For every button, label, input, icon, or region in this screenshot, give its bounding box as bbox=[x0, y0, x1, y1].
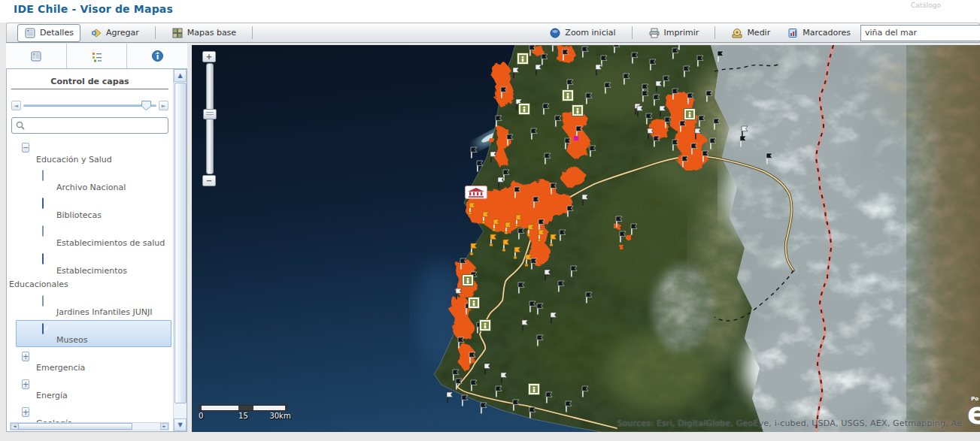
toolbar-separator bbox=[715, 26, 715, 39]
layer-checkbox[interactable] bbox=[42, 323, 44, 334]
museum-green-marker[interactable] bbox=[480, 320, 491, 331]
slider-right-button[interactable]: ► bbox=[159, 101, 168, 110]
add-button[interactable]: Agregar bbox=[83, 24, 146, 42]
vertical-scrollbar[interactable]: ▲ ▼ bbox=[173, 69, 187, 431]
details-button[interactable]: Detalles bbox=[17, 24, 80, 42]
tab-info[interactable] bbox=[127, 44, 187, 68]
title-bar: IDE Chile - Visor de Mapas Catálogo bbox=[0, 0, 980, 23]
map-attribution: Sources: Esri, DigitalGlobe, GeoEye, i-c… bbox=[617, 418, 962, 428]
zoom-initial-label: Zoom inicial bbox=[565, 28, 615, 38]
map-canvas bbox=[192, 45, 980, 432]
museum-green-marker[interactable] bbox=[463, 275, 474, 286]
layer-group-row[interactable]: +Emergencia bbox=[7, 348, 173, 376]
scale-label-30km: 30km bbox=[269, 412, 290, 420]
vscroll-thumb[interactable] bbox=[174, 83, 187, 403]
layer-checkbox[interactable] bbox=[42, 295, 44, 307]
print-label: Imprimir bbox=[664, 28, 699, 38]
measure-icon bbox=[731, 27, 743, 39]
bookmarks-label: Marcadores bbox=[803, 28, 851, 38]
layer-checkbox[interactable] bbox=[42, 225, 44, 237]
page-title: IDE Chile - Visor de Mapas bbox=[14, 3, 173, 15]
layer-item-label: Jardines Infantiles JUNJI bbox=[9, 306, 169, 320]
tab-layers[interactable] bbox=[6, 44, 67, 68]
toolbar-separator bbox=[252, 26, 253, 39]
zoom-slider-track[interactable] bbox=[206, 63, 214, 174]
museum-green-marker[interactable] bbox=[519, 104, 530, 115]
slider-thumb[interactable] bbox=[141, 100, 152, 111]
layer-item-label: Bibliotecas bbox=[9, 209, 169, 223]
layer-checkbox[interactable] bbox=[42, 198, 44, 209]
search-icon bbox=[15, 120, 26, 131]
museum-green-marker[interactable] bbox=[529, 384, 540, 395]
layer-item-label: Establecimientos Educacionales bbox=[9, 264, 169, 292]
layer-tree: −Educación y SaludArchivo NacionalBiblio… bbox=[7, 139, 173, 431]
layer-search-box[interactable] bbox=[11, 117, 168, 134]
print-button[interactable]: Imprimir bbox=[642, 24, 706, 42]
slider-left-button[interactable]: ◄ bbox=[11, 101, 21, 110]
scroll-down-button[interactable]: ▼ bbox=[174, 418, 187, 431]
tab-legend[interactable] bbox=[67, 44, 128, 68]
scale-label-15: 15 bbox=[238, 412, 248, 420]
zoom-out-button[interactable]: − bbox=[202, 175, 216, 186]
museum-green-marker[interactable] bbox=[684, 109, 696, 120]
map-viewport[interactable]: + − 0 15 30km Sources: Esri, DigitalGlob… bbox=[192, 45, 980, 432]
layer-item-label: Establecimientos de salud bbox=[9, 237, 169, 251]
basemaps-icon bbox=[171, 27, 184, 39]
sidebar-tabs bbox=[6, 44, 187, 69]
zoom-slider-thumb[interactable] bbox=[203, 109, 217, 119]
measure-button[interactable]: Medir bbox=[724, 24, 777, 42]
expand-icon[interactable]: + bbox=[22, 352, 29, 361]
bookmarks-button[interactable]: Marcadores bbox=[780, 24, 857, 42]
hscroll-right-arrow[interactable]: ► bbox=[160, 423, 168, 430]
layer-group-label: Emergencia bbox=[36, 361, 173, 376]
basemaps-button[interactable]: Mapas base bbox=[165, 24, 243, 42]
sidebar: Control de capas ◄ ► −Educación y SaludA… bbox=[6, 44, 187, 432]
poi-magenta-marker[interactable] bbox=[574, 136, 578, 140]
scroll-up-button[interactable]: ▲ bbox=[174, 69, 187, 82]
layer-item-label: Museos bbox=[9, 334, 169, 348]
layer-item-row[interactable]: Establecimientos de salud bbox=[7, 222, 173, 250]
layer-group-row[interactable]: −Educación y Salud bbox=[7, 139, 173, 167]
layer-item-row[interactable]: Jardines Infantiles JUNJI bbox=[7, 292, 173, 320]
horizontal-scrollbar[interactable]: ◄ ► bbox=[10, 422, 169, 430]
layer-group-label: Energía bbox=[36, 389, 173, 403]
museum-green-marker[interactable] bbox=[469, 298, 480, 309]
scale-label-0: 0 bbox=[199, 412, 203, 420]
layer-item-row[interactable]: Archivo Nacional bbox=[7, 167, 173, 195]
basemaps-label: Mapas base bbox=[187, 28, 236, 38]
details-label: Detalles bbox=[40, 28, 74, 38]
museum-green-marker[interactable] bbox=[563, 90, 574, 101]
slider-track[interactable] bbox=[23, 104, 156, 107]
bookmarks-icon bbox=[787, 27, 799, 39]
measure-label: Medir bbox=[747, 28, 770, 38]
search-input[interactable] bbox=[860, 25, 980, 41]
details-icon bbox=[24, 27, 36, 39]
layer-group-row[interactable]: +Energía bbox=[7, 376, 173, 403]
opacity-slider[interactable]: ◄ ► bbox=[11, 100, 168, 111]
panel-title: Control de capas bbox=[11, 77, 168, 89]
expand-icon[interactable]: + bbox=[22, 379, 29, 389]
layer-item-row[interactable]: Bibliotecas bbox=[7, 195, 173, 222]
zoom-in-button[interactable]: + bbox=[202, 51, 216, 62]
toolbar-left-group: Detalles Agregar Mapas base bbox=[17, 24, 259, 42]
add-label: Agregar bbox=[106, 28, 139, 38]
layer-group-label: Educación y Salud bbox=[36, 153, 173, 168]
globe-icon bbox=[549, 27, 561, 39]
museum-green-marker[interactable] bbox=[572, 105, 584, 116]
info-icon bbox=[151, 50, 164, 62]
zoom-initial-button[interactable]: Zoom inicial bbox=[542, 24, 622, 42]
layer-checkbox[interactable] bbox=[42, 253, 44, 264]
toolbar-separator bbox=[632, 26, 633, 39]
museum-building-marker[interactable] bbox=[466, 186, 487, 199]
expand-icon[interactable]: + bbox=[22, 407, 29, 417]
catalog-link[interactable]: Catálogo bbox=[911, 2, 941, 9]
museum-green-marker[interactable] bbox=[517, 53, 529, 65]
collapse-icon[interactable]: − bbox=[22, 143, 29, 153]
map-zoom-slider[interactable]: + − bbox=[202, 51, 217, 186]
layer-item-row[interactable]: Establecimientos Educacionales bbox=[7, 250, 173, 292]
layer-item-row[interactable]: Museos bbox=[7, 320, 173, 348]
toolbar-right-group: Zoom inicial Imprimir Medir Marcadores bbox=[542, 24, 979, 42]
layer-group-row[interactable]: +Información Integrada bbox=[7, 431, 173, 432]
layer-checkbox[interactable] bbox=[42, 170, 44, 181]
hscroll-thumb[interactable] bbox=[18, 423, 132, 430]
